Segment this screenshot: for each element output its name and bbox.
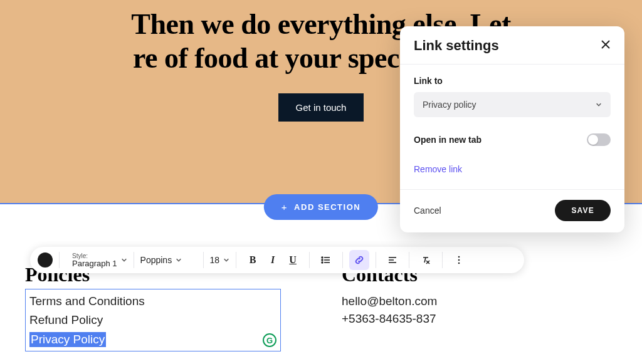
policy-link[interactable]: Privacy Policy [26,330,280,350]
add-section-label: ADD SECTION [294,202,360,212]
align-button[interactable] [382,250,403,270]
link-button[interactable] [349,250,369,270]
link-to-dropdown[interactable]: Privacy policy [414,92,611,117]
svg-point-11 [458,256,460,258]
chevron-down-icon [596,101,602,108]
svg-point-3 [322,257,323,258]
modal-body: Link to Privacy policy Open in new tab R… [400,65,624,189]
get-in-touch-button[interactable]: Get in touch [278,93,364,122]
toolbar-separator [59,252,60,268]
policies-column: Policies Terms and Conditions Refund Pol… [25,263,282,351]
add-section-button[interactable]: + ADD SECTION [264,194,378,220]
link-to-label: Link to [414,76,611,86]
modal-header: Link settings [400,26,624,65]
contact-phone: +5363-84635-837 [342,310,437,328]
contact-email: hello@belton.com [342,293,437,310]
align-left-icon [387,255,397,265]
style-value: Paragraph 1 [72,259,117,268]
contacts-column: Contacts hello@belton.com +5363-84635-83… [342,263,437,351]
more-vertical-icon [454,255,464,265]
grammarly-icon[interactable]: G [263,333,276,347]
modal-footer: Cancel SAVE [400,189,624,232]
toolbar-separator [203,252,204,268]
link-to-value: Privacy policy [423,100,476,110]
chevron-down-icon [121,257,127,263]
text-format-toolbar: Style: Paragraph 1 Poppins 18 B I U [30,247,524,273]
remove-link-button[interactable]: Remove link [414,164,462,174]
toolbar-separator [442,252,443,268]
more-options-button[interactable] [449,250,469,270]
open-new-tab-label: Open in new tab [414,135,482,145]
toolbar-separator [342,252,343,268]
cancel-button[interactable]: Cancel [414,205,441,216]
underline-button[interactable]: U [283,250,303,270]
selected-text: Privacy Policy [29,332,106,347]
close-icon [601,39,611,49]
italic-button[interactable]: I [263,250,283,270]
font-dropdown[interactable]: Poppins [140,255,197,265]
text-color-swatch[interactable] [38,252,53,268]
toolbar-separator [309,252,310,268]
svg-point-12 [458,259,460,261]
size-value: 18 [210,255,220,265]
toolbar-separator [236,252,236,268]
style-label: Style: [72,253,117,259]
svg-point-13 [458,263,460,264]
save-button[interactable]: SAVE [555,200,611,221]
bold-button[interactable]: B [243,250,263,270]
list-icon [321,255,331,265]
svg-point-5 [322,262,323,263]
open-new-tab-row: Open in new tab [414,133,611,146]
svg-point-4 [322,259,323,261]
chevron-down-icon [223,257,229,263]
policy-link[interactable]: Refund Policy [26,311,280,330]
modal-title: Link settings [414,38,499,54]
link-icon [354,255,364,265]
open-new-tab-toggle[interactable] [587,133,611,146]
link-settings-modal: Link settings Link to Privacy policy Ope… [400,26,624,232]
font-size-dropdown[interactable]: 18 [210,255,230,265]
toolbar-separator [409,252,409,268]
toggle-knob [588,135,598,145]
chevron-down-icon [176,257,182,263]
list-button[interactable] [316,250,336,270]
font-value: Poppins [140,255,172,265]
footer-columns: Policies Terms and Conditions Refund Pol… [25,263,617,351]
style-dropdown[interactable]: Style: Paragraph 1 [66,253,127,268]
clear-format-icon [421,255,431,265]
close-button[interactable] [601,39,611,53]
toolbar-separator [376,252,376,268]
editable-text-block[interactable]: Terms and Conditions Refund Policy Priva… [25,289,281,351]
toolbar-separator [134,252,134,268]
policy-link[interactable]: Terms and Conditions [26,292,280,311]
plus-icon: + [282,202,288,212]
clear-format-button[interactable] [416,250,436,270]
